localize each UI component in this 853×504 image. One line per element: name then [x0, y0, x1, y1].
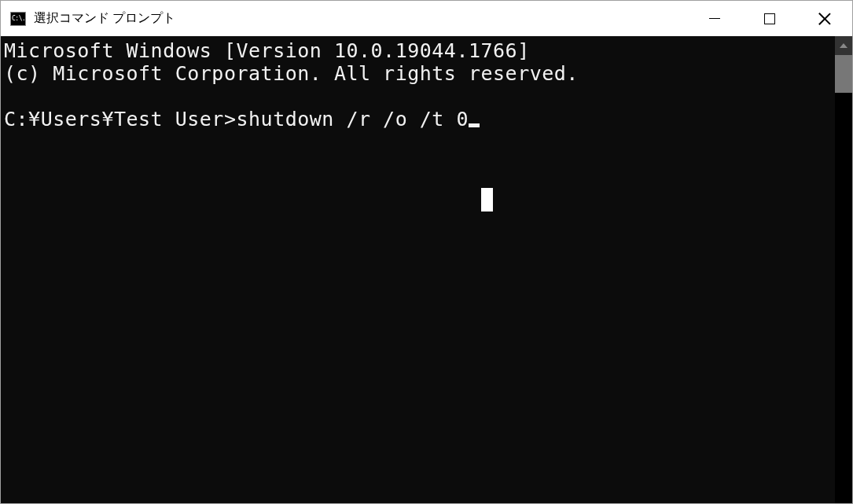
window-title: 選択コマンド プロンプト: [34, 10, 175, 27]
copyright-line: (c) Microsoft Corporation. All rights re…: [4, 62, 579, 85]
command-text: shutdown /r /o /t 0: [236, 108, 468, 131]
vertical-scrollbar[interactable]: [835, 36, 852, 503]
minimize-button[interactable]: [687, 1, 742, 36]
scroll-up-button[interactable]: [835, 36, 852, 55]
scrollbar-thumb[interactable]: [835, 55, 852, 93]
version-line: Microsoft Windows [Version 10.0.19044.17…: [4, 39, 530, 62]
window-titlebar[interactable]: C:\. 選択コマンド プロンプト: [1, 1, 852, 36]
client-area: Microsoft Windows [Version 10.0.19044.17…: [1, 36, 852, 503]
text-cursor: [469, 123, 480, 127]
selection-highlight: [481, 188, 493, 212]
cmd-icon: C:\.: [10, 12, 26, 26]
prompt-text: C:¥Users¥Test User>: [4, 108, 236, 131]
minimize-icon: [709, 18, 720, 20]
maximize-icon: [764, 13, 775, 24]
close-button[interactable]: [797, 1, 852, 36]
chevron-up-icon: [840, 43, 847, 48]
terminal-output[interactable]: Microsoft Windows [Version 10.0.19044.17…: [1, 36, 835, 503]
close-icon: [818, 13, 831, 25]
window-controls: [687, 1, 852, 36]
maximize-button[interactable]: [742, 1, 797, 36]
app-icon: C:\.: [10, 12, 26, 26]
